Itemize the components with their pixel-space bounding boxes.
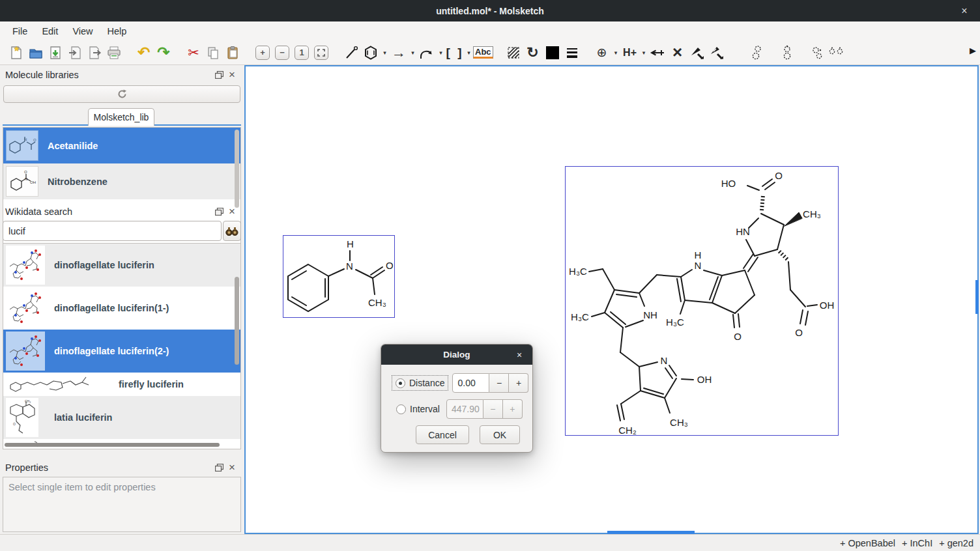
canvas-vscrollbar-thumb[interactable]	[975, 280, 979, 314]
zoom-fit-button[interactable]	[311, 43, 331, 63]
hydrogen-tool-dropdown[interactable]: ▾	[640, 43, 648, 63]
dialog-close-button[interactable]: ×	[513, 345, 526, 365]
cancel-button[interactable]: Cancel	[416, 425, 469, 444]
mechanism-arrow-dropdown[interactable]: ▾	[437, 43, 445, 63]
conformer-tool-3-button[interactable]	[807, 43, 827, 63]
zoom-out-button[interactable]: −	[272, 43, 292, 63]
arrow-tool-dropdown[interactable]: ▾	[409, 43, 417, 63]
acetanilide-molecule[interactable]: H N O CH₃	[283, 235, 395, 318]
wikidata-search-input[interactable]	[3, 221, 222, 241]
new-document-button[interactable]	[7, 43, 26, 63]
window-close-button[interactable]: ×	[955, 0, 973, 21]
menu-help[interactable]: Help	[100, 23, 134, 39]
float-panel-icon[interactable]	[212, 69, 225, 81]
menu-file[interactable]: File	[5, 23, 35, 39]
print-button[interactable]	[104, 43, 124, 63]
ok-button[interactable]: OK	[480, 425, 520, 444]
cut-button[interactable]: ✂	[184, 43, 203, 63]
distance-value[interactable]: 0.00	[452, 373, 489, 393]
atom-label: CH₃	[368, 297, 386, 308]
distance-radio-group[interactable]: Distance	[394, 377, 446, 389]
drawing-canvas[interactable]: H N O CH₃	[244, 65, 979, 534]
dialog-buttons-row: Cancel OK	[416, 425, 520, 444]
import-button[interactable]	[65, 43, 85, 63]
list-item-acetanilide[interactable]: NO Acetanilide	[3, 128, 240, 163]
dialog-titlebar[interactable]: Dialog ×	[381, 345, 532, 365]
ring-tool-button[interactable]	[361, 43, 381, 63]
zoom-in-icon: +	[255, 46, 270, 60]
float-panel-icon[interactable]	[212, 462, 225, 473]
save-button[interactable]	[46, 43, 65, 63]
lone-pair-icon	[650, 45, 667, 61]
undo-button[interactable]: ↶	[134, 43, 154, 63]
titlebar[interactable]: untitled.mol* - Molsketch ×	[0, 0, 980, 21]
conformer-tool-4-button[interactable]	[827, 43, 846, 63]
interval-label[interactable]: Interval	[410, 404, 440, 414]
distance-decrement-button[interactable]: −	[489, 373, 509, 393]
zoom-original-button[interactable]: 1	[292, 43, 311, 63]
float-panel-icon[interactable]	[212, 206, 225, 218]
bond-tool-icon	[343, 45, 359, 61]
list-item-nitrobenzene[interactable]: OOHN Nitrobenzene	[3, 163, 240, 199]
selection-hatch-button[interactable]	[504, 43, 523, 63]
wikidata-list-scrollbar[interactable]	[234, 244, 240, 449]
export-button[interactable]	[85, 43, 104, 63]
distance-increment-button[interactable]: +	[509, 373, 528, 393]
arrow-tool-button[interactable]: →	[389, 43, 409, 63]
distance-radio[interactable]	[396, 378, 405, 388]
result-dinoflagellate-luciferin-1[interactable]: dinoflagellate luciferin(1-)	[3, 287, 240, 330]
lone-pair-tool-button[interactable]	[648, 43, 668, 63]
charge-tool-button[interactable]: ⊕	[592, 43, 612, 63]
menu-edit[interactable]: Edit	[35, 23, 65, 39]
bracket-tool-button[interactable]: [ ]	[445, 43, 465, 63]
redo-button[interactable]: ↷	[154, 43, 173, 63]
toolbar-separator	[737, 43, 747, 63]
scrollbar-thumb[interactable]	[235, 277, 239, 365]
interval-value[interactable]: 447.90	[446, 399, 483, 419]
tab-molsketch-lib[interactable]: Molsketch_lib	[88, 108, 154, 126]
zoom-original-icon: 1	[295, 46, 309, 60]
wikidata-search-button[interactable]	[223, 221, 241, 241]
toolbar-overflow-button[interactable]: ▶	[970, 46, 976, 55]
close-panel-icon[interactable]: ×	[225, 206, 238, 218]
open-file-button[interactable]	[26, 43, 46, 63]
atom-label: HN	[736, 226, 750, 237]
line-width-button[interactable]	[562, 43, 582, 63]
conformer-tool-1-button[interactable]	[747, 43, 767, 63]
interval-increment-button[interactable]: +	[503, 399, 523, 419]
delete-tool-button[interactable]: ×	[668, 43, 687, 63]
properties-header: Properties ×	[0, 460, 244, 475]
distance-label[interactable]: Distance	[409, 378, 444, 388]
charge-tool-dropdown[interactable]: ▾	[612, 43, 620, 63]
toolbar: ↶ ↷ ✂ + − 1 ▾ → ▾ ▾ [ ] ▾ Abc	[0, 40, 980, 65]
mechanism-arrow-button[interactable]	[417, 43, 437, 63]
ring-tool-dropdown[interactable]: ▾	[381, 43, 389, 63]
copy-button[interactable]	[203, 43, 223, 63]
result-firefly-luciferin[interactable]: firefly luciferin	[3, 373, 240, 396]
result-dinoflagellate-luciferin[interactable]: dinoflagellate luciferin	[3, 244, 240, 287]
menu-view[interactable]: View	[65, 23, 100, 39]
result-dinoflagellate-luciferin-2[interactable]: dinoflagellate luciferin(2-)	[3, 330, 240, 373]
hydrogen-tool-button[interactable]: H+	[620, 43, 640, 63]
luciferin-molecule[interactable]: HO O CH₃ HN H N OH O H₃C H₃C NH H₃C O N …	[565, 166, 839, 436]
rotate-button[interactable]: ↻	[523, 43, 543, 63]
bracket-tool-dropdown[interactable]: ▾	[465, 43, 473, 63]
zoom-in-button[interactable]: +	[253, 43, 272, 63]
wedge-bond-up-button[interactable]	[687, 43, 707, 63]
wedge-bond-down-button[interactable]	[707, 43, 727, 63]
close-panel-icon[interactable]: ×	[225, 462, 238, 473]
refresh-library-button[interactable]	[3, 85, 240, 103]
wikidata-hscrollbar-thumb[interactable]	[5, 443, 220, 447]
arrow-icon: →	[392, 44, 406, 61]
paste-button[interactable]	[223, 43, 242, 63]
text-tool-button[interactable]: Abc	[473, 43, 493, 63]
close-panel-icon[interactable]: ×	[225, 69, 238, 81]
scrollbar-thumb[interactable]	[235, 130, 239, 208]
color-button[interactable]	[543, 43, 562, 63]
interval-radio[interactable]	[396, 404, 406, 414]
conformer-tool-2-button[interactable]	[777, 43, 797, 63]
draw-bond-button[interactable]	[341, 43, 361, 63]
molecule-libraries-header: Molecule libraries ×	[0, 67, 244, 83]
result-latia-luciferin[interactable]: CH₃O latia luciferin	[3, 396, 240, 439]
interval-decrement-button[interactable]: −	[483, 399, 503, 419]
